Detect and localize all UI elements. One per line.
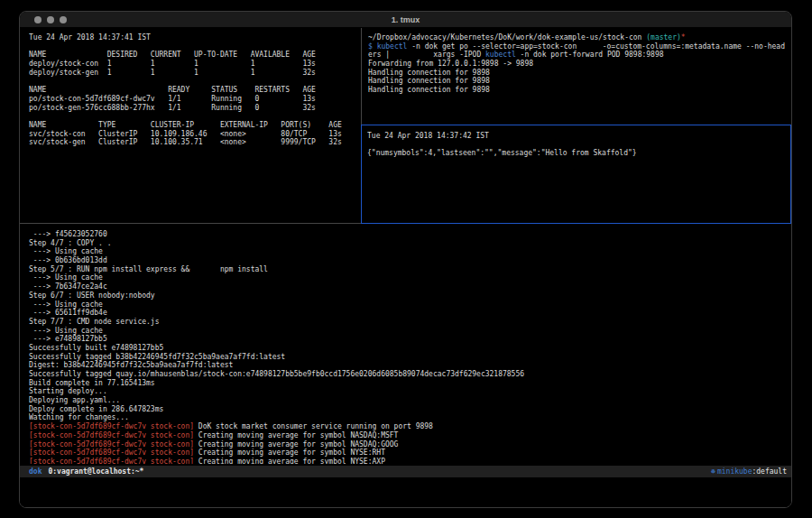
skaffold-probe-output: Tue 24 Apr 2018 14:37:42 IST{"numsymbols… (367, 132, 790, 158)
tmux-status-bar: dok 0:vagrant@localhost:~* ☸ minikube :d… (20, 466, 791, 477)
window-tab[interactable]: 0:vagrant@localhost:~* (48, 467, 143, 476)
terminal-window: 1. tmux Tue 24 Apr 2018 14:37:41 ISTNAME… (19, 11, 792, 508)
kubernetes-icon: ☸ (711, 467, 715, 476)
pane-build-log[interactable]: ---> f45623052760Step 4/7 : COPY . . ---… (20, 224, 791, 464)
window-titlebar: 1. tmux (20, 12, 791, 28)
kubectl-watch-output: Tue 24 Apr 2018 14:37:41 ISTNAME DESIRED… (29, 33, 360, 147)
session-name: dok (29, 467, 42, 476)
window-title: 1. tmux (20, 12, 791, 28)
pane-port-forward[interactable]: ~/Dropbox/advocacy/Kubernetes/DoK/work/d… (363, 28, 789, 124)
k8s-namespace: :default (752, 467, 787, 476)
k8s-context: minikube (717, 467, 752, 476)
status-right: ☸ minikube :default (711, 467, 787, 476)
pane-divider-vertical[interactable] (361, 28, 362, 125)
tmux-session: Tue 24 Apr 2018 14:37:41 ISTNAME DESIRED… (20, 28, 791, 507)
build-log-output: ---> f45623052760Step 4/7 : COPY . . ---… (29, 230, 791, 464)
port-forward-output: ~/Dropbox/advocacy/Kubernetes/DoK/work/d… (368, 33, 785, 95)
pane-kubectl-watch[interactable]: Tue 24 Apr 2018 14:37:41 ISTNAME DESIRED… (20, 28, 360, 223)
screen: 1. tmux Tue 24 Apr 2018 14:37:41 ISTNAME… (0, 0, 812, 518)
pane-skaffold-probe[interactable]: Tue 24 Apr 2018 14:37:42 IST{"numsymbols… (361, 125, 791, 224)
